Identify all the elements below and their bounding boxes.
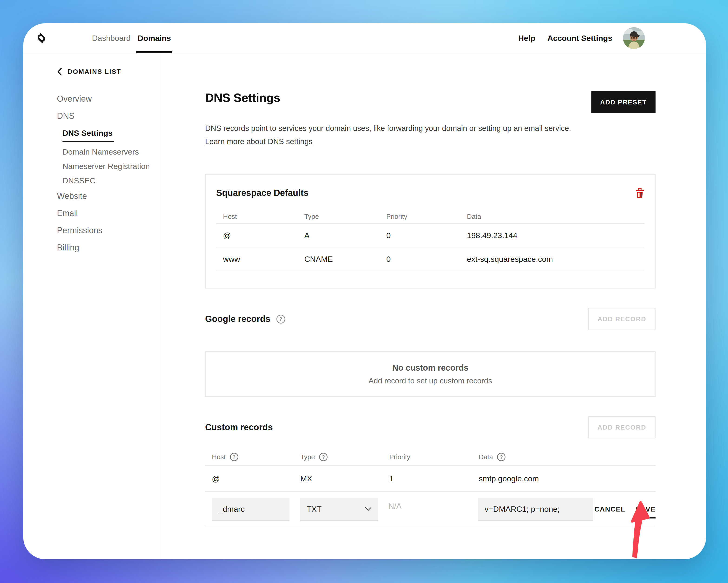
chevron-down-icon — [365, 507, 372, 511]
sidebar-item-overview[interactable]: Overview — [57, 94, 160, 104]
data-field-wrap — [472, 498, 593, 521]
cell-host: @ — [205, 474, 294, 483]
cell-priority: 0 — [380, 255, 460, 263]
main-content: DNS Settings ADD PRESET DNS records poin… — [160, 53, 706, 559]
google-records-title: Google records — [205, 314, 270, 324]
back-chevron-icon — [57, 68, 62, 76]
col-data: Data — [460, 213, 644, 221]
table-row: @ MX 1 smtp.google.com — [205, 466, 655, 492]
nav-domains[interactable]: Domains — [137, 23, 171, 53]
host-input[interactable] — [212, 498, 289, 521]
cell-priority: 1 — [383, 474, 472, 483]
page-description: DNS records point to services your domai… — [205, 121, 572, 148]
help-link[interactable]: Help — [518, 34, 536, 43]
custom-records-table: Host ? Type ? Priority Data ? — [205, 449, 655, 527]
app-window: Dashboard Domains Help Account Settings — [23, 23, 706, 559]
sidebar-item-domain-nameservers[interactable]: Domain Nameservers — [62, 147, 139, 156]
defaults-table-header: Host Type Priority Data — [216, 210, 644, 224]
back-label: DOMAINS LIST — [68, 68, 121, 76]
content-row: DOMAINS LIST Overview DNS DNS Settings D… — [23, 53, 706, 559]
cell-data: 198.49.23.144 — [460, 231, 644, 240]
table-row: @ A 0 198.49.23.144 — [216, 224, 644, 247]
table-row: www CNAME 0 ext-sq.squarespace.com — [216, 247, 644, 271]
empty-state-subtitle: Add record to set up custom records — [369, 377, 492, 385]
sidebar-item-website[interactable]: Website — [57, 192, 160, 201]
app-header: Dashboard Domains Help Account Settings — [23, 23, 706, 53]
nav-dashboard[interactable]: Dashboard — [92, 23, 131, 53]
sidebar-nav: Overview DNS DNS Settings Domain Nameser… — [57, 94, 160, 252]
help-circle-icon[interactable]: ? — [277, 315, 285, 324]
help-circle-icon[interactable]: ? — [230, 453, 238, 461]
col-type: Type — [297, 213, 380, 221]
col-host-label: Host — [212, 453, 226, 461]
sidebar: DOMAINS LIST Overview DNS DNS Settings D… — [23, 53, 160, 559]
help-circle-icon[interactable]: ? — [497, 453, 505, 461]
account-settings-link[interactable]: Account Settings — [547, 34, 612, 43]
sidebar-item-email[interactable]: Email — [57, 209, 160, 218]
cell-host: www — [216, 255, 297, 263]
google-records-head: Google records ? ADD RECORD — [205, 308, 655, 330]
col-data: Data ? — [472, 453, 655, 461]
avatar[interactable] — [623, 27, 645, 49]
trash-icon — [635, 188, 644, 199]
col-type: Type ? — [294, 453, 383, 461]
host-field-wrap — [205, 498, 294, 521]
google-records-title-wrap: Google records ? — [205, 314, 285, 324]
defaults-table: Host Type Priority Data @ A 0 198.49.23.… — [216, 210, 644, 271]
defaults-card-head: Squarespace Defaults — [216, 174, 644, 199]
sidebar-item-permissions[interactable]: Permissions — [57, 226, 160, 235]
editor-actions: CANCEL SAVE — [593, 505, 655, 513]
cell-type: CNAME — [297, 255, 380, 263]
col-type-label: Type — [301, 453, 315, 461]
col-host: Host ? — [205, 453, 294, 461]
record-editor-row: TXT N/A CANCEL SAVE — [205, 492, 655, 527]
col-priority: Priority — [380, 213, 460, 221]
col-data-label: Data — [479, 453, 493, 461]
type-select[interactable]: TXT — [300, 498, 378, 521]
cell-data: ext-sq.squarespace.com — [460, 255, 644, 263]
cell-type: MX — [294, 474, 383, 483]
desktop-background: Dashboard Domains Help Account Settings — [0, 0, 728, 583]
type-field-wrap: TXT — [294, 498, 383, 521]
dns-sub-list: DNS Settings Domain Nameservers Nameserv… — [62, 129, 160, 185]
custom-add-record-button[interactable]: ADD RECORD — [588, 416, 655, 438]
defaults-title: Squarespace Defaults — [216, 188, 309, 198]
squarespace-logo-icon[interactable] — [34, 30, 49, 46]
sidebar-item-billing[interactable]: Billing — [57, 243, 160, 252]
back-to-domains-list[interactable]: DOMAINS LIST — [57, 68, 160, 76]
help-circle-icon[interactable]: ? — [319, 453, 328, 461]
custom-table-header: Host ? Type ? Priority Data ? — [205, 449, 655, 466]
custom-records-title: Custom records — [205, 422, 273, 433]
save-button[interactable]: SAVE — [636, 505, 655, 519]
col-priority-label: Priority — [389, 453, 410, 461]
delete-defaults-button[interactable] — [635, 188, 644, 199]
col-host: Host — [216, 213, 297, 221]
data-input[interactable] — [478, 498, 593, 521]
cell-type: A — [297, 231, 380, 240]
cell-priority: 0 — [380, 231, 460, 240]
type-select-value: TXT — [307, 504, 321, 513]
squarespace-defaults-card: Squarespace Defaults — [205, 174, 655, 288]
custom-records-head: Custom records ADD RECORD — [205, 416, 655, 438]
cancel-button[interactable]: CANCEL — [594, 505, 626, 513]
google-add-record-button[interactable]: ADD RECORD — [588, 308, 655, 330]
priority-na-text: N/A — [383, 502, 472, 510]
empty-state-title: No custom records — [392, 363, 468, 373]
top-nav: Dashboard Domains — [92, 23, 178, 53]
sidebar-item-nameserver-registration[interactable]: Nameserver Registration — [62, 162, 150, 171]
sidebar-item-dns[interactable]: DNS — [57, 111, 160, 121]
learn-more-link[interactable]: Learn more about DNS settings — [205, 137, 312, 146]
cell-host: @ — [216, 231, 297, 240]
description-text: DNS records point to services your domai… — [205, 124, 571, 133]
add-preset-button[interactable]: ADD PRESET — [591, 91, 655, 113]
col-priority: Priority — [383, 453, 472, 461]
title-row: DNS Settings ADD PRESET — [205, 91, 655, 113]
no-custom-records-box: No custom records Add record to set up c… — [205, 351, 655, 397]
sidebar-item-dns-settings[interactable]: DNS Settings — [62, 129, 112, 142]
page-title: DNS Settings — [205, 91, 280, 104]
header-right: Help Account Settings — [518, 27, 645, 49]
sidebar-item-dnssec[interactable]: DNSSEC — [62, 176, 96, 185]
cell-data: smtp.google.com — [472, 474, 655, 483]
